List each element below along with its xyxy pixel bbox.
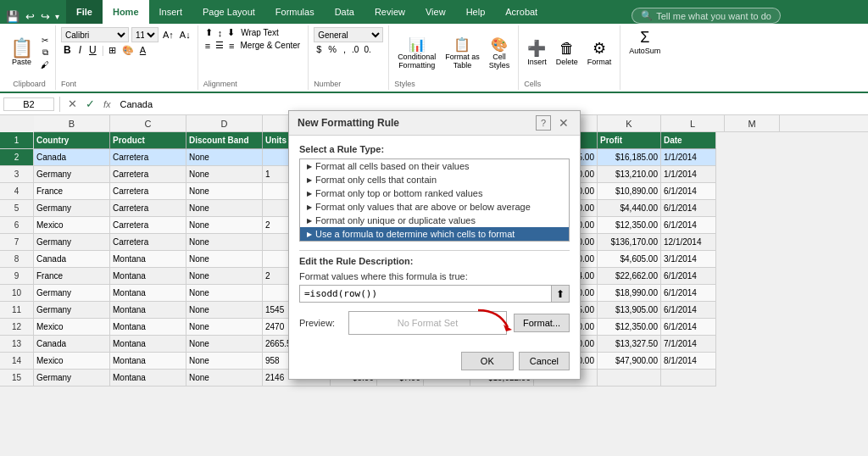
cell[interactable]: 8/1/2014 bbox=[661, 353, 716, 370]
cell[interactable]: Canada bbox=[34, 149, 110, 166]
cell[interactable]: Mexico bbox=[34, 217, 110, 234]
tell-me-bar[interactable]: 🔍 Tell me what you want to do bbox=[632, 8, 781, 24]
cell[interactable]: Carretera bbox=[110, 200, 186, 217]
cancel-button[interactable]: Cancel bbox=[519, 352, 570, 370]
cell[interactable]: $136,170.00 bbox=[598, 234, 661, 251]
cell-styles-btn[interactable]: 🎨 Cell Styles bbox=[486, 35, 514, 71]
cell[interactable]: Germany bbox=[34, 234, 110, 251]
paste-btn[interactable]: 📋 Paste bbox=[7, 37, 36, 68]
formula-input[interactable]: Canada bbox=[117, 98, 865, 110]
cell[interactable]: None bbox=[186, 149, 263, 166]
cell[interactable]: None bbox=[186, 353, 263, 370]
fill-color-btn[interactable]: 🎨 bbox=[120, 45, 136, 56]
format-painter-btn[interactable]: 🖌 bbox=[38, 59, 52, 70]
cell[interactable]: 6/1/2014 bbox=[661, 268, 716, 285]
rule-type-item-2[interactable]: ▶ Format only top or bottom ranked value… bbox=[300, 186, 569, 200]
delete-cells-btn[interactable]: 🗑 Delete bbox=[553, 38, 581, 68]
align-left-btn[interactable]: ≡ bbox=[203, 41, 212, 51]
format-cells-btn[interactable]: ⚙ Format bbox=[584, 37, 615, 68]
tab-review[interactable]: Review bbox=[364, 0, 415, 24]
cell[interactable]: None bbox=[186, 234, 263, 251]
undo-qat-btn[interactable]: ↩ bbox=[23, 9, 37, 24]
cell[interactable]: Montana bbox=[110, 302, 186, 319]
font-name-select[interactable]: Calibri bbox=[61, 27, 129, 42]
border-btn[interactable]: ⊞ bbox=[107, 45, 118, 56]
cell[interactable]: Montana bbox=[110, 251, 186, 268]
dialog-help-btn[interactable]: ? bbox=[536, 115, 551, 131]
cell[interactable]: Canada bbox=[34, 251, 110, 268]
cell[interactable]: None bbox=[186, 370, 263, 386]
cell[interactable]: $16,185.00 bbox=[598, 149, 661, 166]
format-button[interactable]: Format... bbox=[514, 314, 570, 332]
font-color-btn[interactable]: A bbox=[138, 45, 147, 55]
cell[interactable]: None bbox=[186, 336, 263, 353]
save-qat-btn[interactable]: 💾 bbox=[3, 9, 22, 24]
cell[interactable]: France bbox=[34, 183, 110, 200]
align-top-btn[interactable]: ⬆ bbox=[203, 27, 214, 38]
tab-page-layout[interactable]: Page Layout bbox=[192, 0, 265, 24]
cell[interactable]: Montana bbox=[110, 370, 186, 386]
cell[interactable]: $13,905.00 bbox=[598, 302, 661, 319]
cell[interactable]: Germany bbox=[34, 200, 110, 217]
cell[interactable]: France bbox=[34, 268, 110, 285]
cell[interactable]: 1/1/2014 bbox=[661, 166, 716, 183]
cell[interactable]: Discount Band bbox=[186, 132, 263, 149]
tab-acrobat[interactable]: Acrobat bbox=[495, 0, 548, 24]
cell[interactable]: 7/1/2014 bbox=[661, 336, 716, 353]
cell[interactable]: 6/1/2014 bbox=[661, 217, 716, 234]
cell[interactable]: Germany bbox=[34, 302, 110, 319]
insert-function-btn[interactable]: fx bbox=[101, 99, 114, 109]
cancel-formula-btn[interactable]: ✕ bbox=[65, 97, 80, 110]
tab-home[interactable]: Home bbox=[103, 0, 149, 24]
rule-type-item-1[interactable]: ▶ Format only cells that contain bbox=[300, 173, 569, 186]
cell[interactable]: None bbox=[186, 268, 263, 285]
cell[interactable]: $13,327.50 bbox=[598, 336, 661, 353]
underline-btn[interactable]: U bbox=[86, 44, 99, 56]
cell[interactable]: Product bbox=[110, 132, 186, 149]
cell-reference-input[interactable]: B2 bbox=[3, 97, 54, 111]
cell[interactable]: Germany bbox=[34, 285, 110, 302]
cell[interactable]: Montana bbox=[110, 336, 186, 353]
format-as-table-btn[interactable]: 📋 Format as Table bbox=[442, 35, 483, 71]
cell[interactable]: None bbox=[186, 319, 263, 336]
cut-btn[interactable]: ✂ bbox=[38, 35, 52, 46]
autosum-btn[interactable]: Σ AutoSum bbox=[626, 27, 664, 57]
decrease-decimal-btn[interactable]: 0. bbox=[362, 45, 372, 54]
tab-help[interactable]: Help bbox=[456, 0, 496, 24]
merge-center-btn[interactable]: Merge & Center bbox=[238, 41, 303, 50]
cell[interactable]: $12,350.00 bbox=[598, 217, 661, 234]
cell[interactable]: Mexico bbox=[34, 319, 110, 336]
tab-formulas[interactable]: Formulas bbox=[265, 0, 325, 24]
comma-btn[interactable]: , bbox=[341, 44, 348, 54]
tab-data[interactable]: Data bbox=[325, 0, 364, 24]
rule-type-item-3[interactable]: ▶ Format only values that are above or b… bbox=[300, 200, 569, 214]
collapse-formula-btn[interactable]: ⬆ bbox=[551, 286, 569, 302]
cell[interactable]: Mexico bbox=[34, 353, 110, 370]
cell[interactable]: Montana bbox=[110, 285, 186, 302]
cell[interactable]: Montana bbox=[110, 353, 186, 370]
cell[interactable]: None bbox=[186, 302, 263, 319]
cell[interactable]: $47,900.00 bbox=[598, 353, 661, 370]
cell[interactable]: None bbox=[186, 217, 263, 234]
increase-decimal-btn[interactable]: .0 bbox=[350, 45, 360, 54]
cell[interactable]: Montana bbox=[110, 268, 186, 285]
cell[interactable]: Carretera bbox=[110, 149, 186, 166]
cell[interactable]: 6/1/2014 bbox=[661, 285, 716, 302]
increase-font-btn[interactable]: A↑ bbox=[161, 30, 175, 40]
rule-type-item-0[interactable]: ▶ Format all cells based on their values bbox=[300, 159, 569, 173]
cell[interactable]: Carretera bbox=[110, 183, 186, 200]
cell[interactable]: 6/1/2014 bbox=[661, 200, 716, 217]
cell[interactable]: $13,210.00 bbox=[598, 166, 661, 183]
rule-type-item-4[interactable]: ▶ Format only unique or duplicate values bbox=[300, 214, 569, 227]
number-format-select[interactable]: General bbox=[314, 27, 383, 42]
cell[interactable]: Canada bbox=[34, 336, 110, 353]
bold-btn[interactable]: B bbox=[61, 44, 74, 56]
cell[interactable]: None bbox=[186, 251, 263, 268]
italic-btn[interactable]: I bbox=[76, 44, 84, 56]
tab-file[interactable]: File bbox=[66, 0, 103, 24]
cell[interactable]: 1/1/2014 bbox=[661, 149, 716, 166]
cell[interactable]: $4,440.00 bbox=[598, 200, 661, 217]
cell[interactable]: Germany bbox=[34, 370, 110, 386]
align-middle-btn[interactable]: ↕ bbox=[216, 28, 225, 38]
dialog-close-btn[interactable]: ✕ bbox=[556, 116, 571, 130]
